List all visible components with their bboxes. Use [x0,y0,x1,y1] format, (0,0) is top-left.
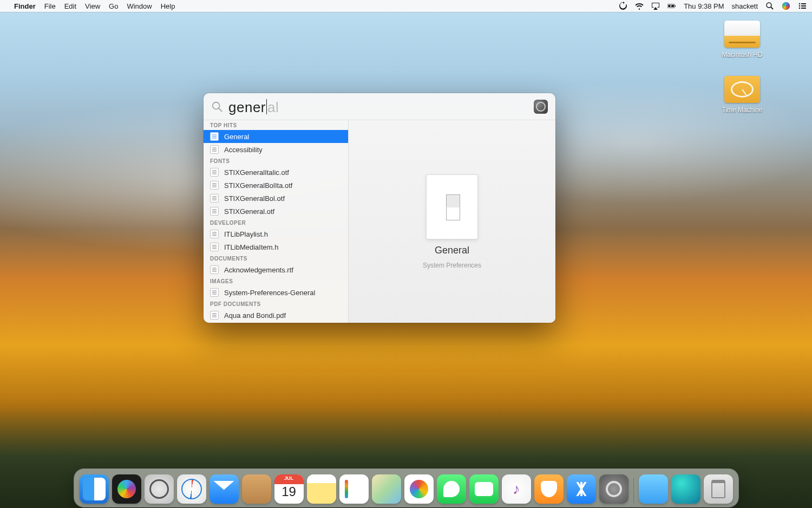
spotlight-result[interactable]: STIXGeneralBol.otf [204,192,348,205]
menubar-user[interactable]: shackett [732,2,758,10]
notification-center-icon[interactable] [798,2,807,10]
spotlight-result-label: Accessibility [224,146,263,154]
svg-rect-10 [801,8,806,9]
dock-trash[interactable] [704,474,733,504]
svg-point-5 [799,3,801,5]
spotlight-section-header: FONTS [204,156,348,166]
dock-app-reminders[interactable] [339,474,369,504]
dock-app-launchpad[interactable] [145,474,174,504]
font-file-icon [210,168,219,177]
dock-app-safari[interactable] [177,474,206,504]
svg-rect-8 [801,5,806,6]
app-name[interactable]: Finder [14,2,36,10]
dock-app-appstore[interactable] [567,474,596,504]
dock-app-facetime[interactable] [469,474,499,504]
desktop-icon-label: Macintosh HD [718,51,767,58]
desktop-icon-macintosh-hd[interactable]: Macintosh HD [718,21,767,58]
pdf-file-icon [210,311,219,320]
menu-view[interactable]: View [85,2,100,10]
spotlight-result[interactable]: Aqua and Bondi.pdf [204,309,348,322]
menubar: Finder File Edit View Go Window Help Thu… [0,0,812,12]
dock-app-finder[interactable] [80,474,109,504]
spotlight-result[interactable]: STIXGeneral.otf [204,205,348,218]
spotlight-result[interactable]: General [204,130,348,143]
menu-help[interactable]: Help [161,2,175,10]
menu-go[interactable]: Go [109,2,118,10]
dock-app-notes[interactable] [307,474,336,504]
preview-document-icon [426,174,478,239]
spotlight-window: general TOP HITS General Accessibility F… [204,93,555,323]
text-caret [266,99,267,114]
menu-file[interactable]: File [44,2,56,10]
dock-app-calendar[interactable]: JUL 19 [274,474,304,504]
dock-app-photos[interactable] [404,474,434,504]
dock-app-itunes[interactable] [502,474,531,504]
desktop-icon-label: Time Machine [718,106,767,114]
document-icon [210,145,219,154]
spotlight-search-input[interactable]: general [228,97,534,116]
spotlight-query-typed: gener [228,99,266,116]
battery-icon[interactable] [667,2,676,10]
top-hit-app-icon [534,100,548,114]
dock-app-system-preferences[interactable] [599,474,628,504]
dock-app-ibooks[interactable] [534,474,564,504]
dock-container: JUL 19 [0,469,812,507]
desktop[interactable]: Finder File Edit View Go Window Help Thu… [0,0,812,508]
preview-subtitle: System Preferences [423,262,481,269]
dock-app-mail[interactable] [209,474,239,504]
spotlight-result-label: Aqua and Bondi.pdf [224,311,286,320]
spotlight-result-label: Acknowledgements.rtf [224,266,293,274]
spotlight-query-suggestion: al [267,99,279,116]
spotlight-results-list[interactable]: TOP HITS General Accessibility FONTS STI… [204,120,349,323]
svg-point-3 [767,3,771,8]
menubar-datetime[interactable]: Thu 9:38 PM [684,2,724,10]
time-machine-icon[interactable] [619,2,627,10]
svg-point-7 [799,5,801,7]
time-machine-drive-icon [724,76,760,103]
spotlight-result-label: STIXGeneralBol.otf [224,194,285,203]
preview-title: General [435,245,469,256]
spotlight-result-label: ITLibPlaylist.h [224,230,268,238]
spotlight-result[interactable]: ITLibPlaylist.h [204,227,348,240]
dock-app-messages[interactable] [437,474,466,504]
spotlight-result[interactable]: Accessibility [204,143,348,156]
spotlight-result-label: STIXGeneralBolIta.otf [224,181,292,190]
airplay-icon[interactable] [651,2,660,10]
dock-app-maps[interactable] [372,474,401,504]
spotlight-result[interactable]: Acknowledgements.rtf [204,263,348,276]
spotlight-icon[interactable] [765,2,774,10]
svg-point-11 [213,102,220,109]
font-file-icon [210,207,219,216]
siri-icon[interactable] [782,2,790,10]
calendar-day: 19 [274,474,304,504]
svg-rect-1 [675,5,676,7]
dock-webloc[interactable] [671,474,700,504]
desktop-icon-time-machine[interactable]: Time Machine [718,76,767,114]
search-icon [211,101,223,113]
font-file-icon [210,194,219,203]
spotlight-search-row: general [204,93,555,120]
dock-app-siri[interactable] [112,474,141,504]
menu-edit[interactable]: Edit [64,2,76,10]
svg-line-4 [771,7,773,9]
spotlight-result[interactable]: STIXGeneralBolIta.otf [204,179,348,192]
spotlight-result[interactable]: STIXGeneralItalic.otf [204,166,348,179]
spotlight-section-header: PDF DOCUMENTS [204,299,348,309]
header-file-icon [210,230,219,238]
spotlight-result-label: STIXGeneralItalic.otf [224,168,289,177]
dock-separator [633,478,634,504]
rtf-file-icon [210,265,219,274]
spotlight-section-header: TOP HITS [204,120,348,130]
svg-point-9 [799,8,801,9]
dock-app-contacts[interactable] [242,474,271,504]
spotlight-result[interactable]: System-Preferences-General [204,286,348,299]
wifi-icon[interactable] [635,2,644,10]
spotlight-result-label: General [224,133,249,141]
header-file-icon [210,243,219,251]
dock-stack-folder[interactable] [639,474,668,504]
spotlight-preview-pane: General System Preferences [349,120,555,323]
menu-window[interactable]: Window [127,2,152,10]
spotlight-result[interactable]: ITLibMediaItem.h [204,240,348,253]
svg-line-12 [219,108,222,111]
font-file-icon [210,181,219,190]
